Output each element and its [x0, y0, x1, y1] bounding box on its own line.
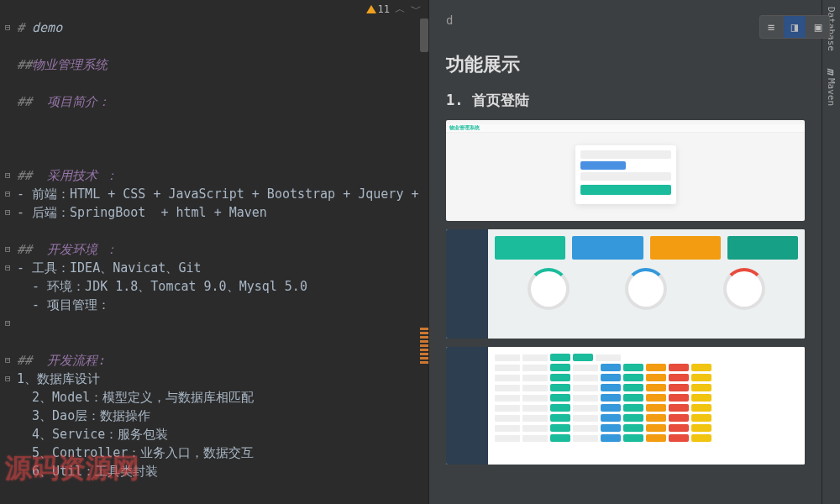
code-line[interactable]: 1、数据库设计 [17, 370, 428, 388]
fold-marker-icon[interactable]: ⊟ [5, 351, 11, 370]
preview-badge: d [446, 13, 805, 27]
fold-marker-icon[interactable]: ⊟ [5, 370, 11, 388]
editor-header: 11 ︿ ﹀ [0, 0, 428, 18]
code-line[interactable]: 6、Util：工具类封装 [17, 462, 428, 480]
markdown-preview-pane: d ≡ ◨ ▣ 功能展示 1. 首页登陆 物业管理系统 [428, 0, 840, 504]
prev-occurrence-icon[interactable]: ︿ [395, 2, 406, 17]
code-line[interactable]: ## 采用技术 ： [17, 166, 428, 185]
code-line[interactable]: - 环境：JDK 1.8、Tomcat 9.0、Mysql 5.0 [17, 277, 428, 296]
fold-marker-icon[interactable]: ⊟ [5, 166, 11, 185]
warning-count: 11 [378, 3, 390, 15]
screenshot-login[interactable]: 物业管理系统 [446, 120, 805, 221]
code-line[interactable]: ##物业管理系统 [17, 55, 428, 74]
screenshot-table[interactable] [446, 347, 805, 465]
code-line[interactable] [17, 333, 428, 351]
view-list-icon[interactable]: ≡ [760, 16, 782, 38]
code-line[interactable]: 4、Service：服务包装 [17, 425, 428, 444]
right-tool-window-bar: Database m Maven [822, 0, 840, 504]
error-stripe[interactable] [420, 328, 428, 365]
code-line[interactable]: - 后端：SpringBoot + html + Maven [17, 203, 428, 222]
preview-toolbar: ≡ ◨ ▣ [759, 15, 822, 39]
code-editor-pane: 11 ︿ ﹀ ⊟# demo ##物业管理系统 ## 项目简介： ⊟## 采用技… [0, 0, 428, 504]
code-line[interactable]: - 工具：IDEA、Navicat、Git [17, 259, 428, 277]
code-line[interactable]: 2、Model：模型定义，与数据库相匹配 [17, 388, 428, 407]
code-line[interactable] [17, 129, 428, 148]
maven-icon: m [825, 68, 837, 75]
view-split-icon[interactable]: ◨ [784, 16, 806, 38]
code-line[interactable]: ## 开发流程: [17, 351, 428, 370]
editor-body[interactable]: ⊟# demo ##物业管理系统 ## 项目简介： ⊟## 采用技术 ：⊟- 前… [0, 18, 428, 504]
fold-marker-icon[interactable]: ⊟ [5, 240, 11, 259]
code-line[interactable]: - 前端：HTML + CSS + JavaScript + Bootstrap… [17, 185, 428, 203]
warnings-indicator[interactable]: 11 [366, 3, 390, 15]
code-line[interactable] [17, 37, 428, 55]
vertical-scrollbar[interactable] [420, 18, 428, 52]
view-image-icon[interactable]: ▣ [807, 16, 822, 38]
code-line[interactable] [17, 74, 428, 92]
code-line[interactable] [17, 314, 428, 333]
fold-marker-icon[interactable]: ⊟ [5, 203, 11, 222]
code-line[interactable]: # demo [17, 18, 428, 37]
code-line[interactable] [17, 222, 428, 240]
code-line[interactable]: 3、Dao层：数据操作 [17, 407, 428, 425]
preview-heading-2: 1. 首页登陆 [446, 91, 805, 110]
code-line[interactable]: 5、Controller：业务入口，数据交互 [17, 444, 428, 462]
code-line[interactable] [17, 111, 428, 129]
tool-tab-maven[interactable]: m Maven [825, 68, 837, 106]
fold-marker-icon[interactable]: ⊟ [5, 185, 11, 203]
fold-marker-icon[interactable]: ⊟ [5, 18, 11, 37]
code-line[interactable] [17, 148, 428, 166]
fold-marker-icon[interactable]: ⊟ [5, 314, 11, 333]
preview-heading-1: 功能展示 [446, 52, 805, 77]
code-line[interactable]: ## 项目简介： [17, 92, 428, 111]
fold-marker-icon[interactable]: ⊟ [5, 259, 11, 277]
next-occurrence-icon[interactable]: ﹀ [411, 2, 422, 17]
code-line[interactable]: ## 开发环境 ： [17, 240, 428, 259]
code-line[interactable]: - 项目管理： [17, 296, 428, 314]
preview-content[interactable]: d ≡ ◨ ▣ 功能展示 1. 首页登陆 物业管理系统 [429, 0, 822, 504]
warning-icon [366, 5, 376, 13]
screenshot-dashboard[interactable] [446, 229, 805, 339]
